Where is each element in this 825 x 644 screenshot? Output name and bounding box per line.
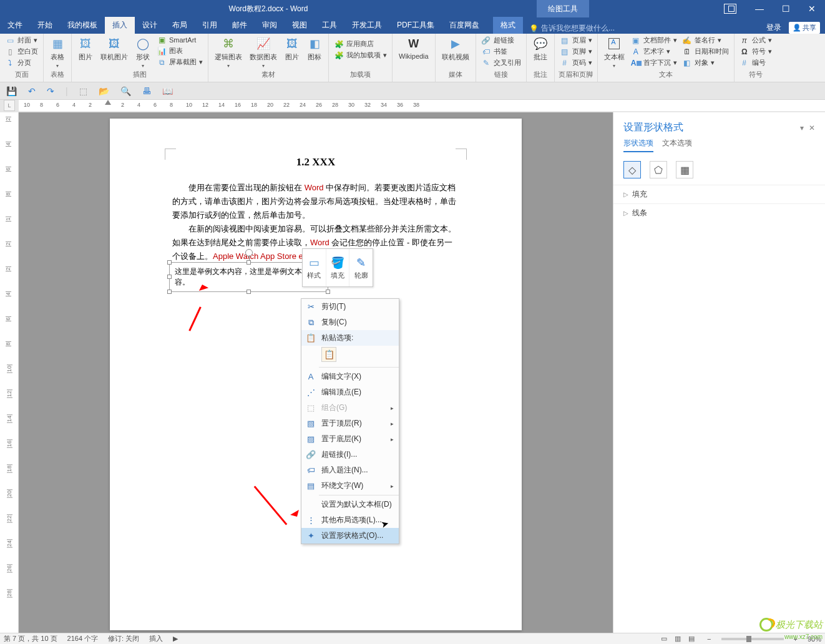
pane-close-icon[interactable]: ✕ xyxy=(809,124,815,132)
cm-bring-to-front[interactable]: ▧置于顶层(R)▸ xyxy=(301,416,399,431)
tab-mytemplates[interactable]: 我的模板 xyxy=(60,17,105,34)
tell-me-search[interactable]: 💡告诉我您想要做什么... xyxy=(523,23,766,34)
tab-pdftools[interactable]: PDF工具集 xyxy=(389,17,442,34)
hyperlink-button[interactable]: 🔗超链接 xyxy=(480,35,522,46)
blank-page-button[interactable]: ▯空白页 xyxy=(4,46,39,57)
ribbon-display-options-icon[interactable] xyxy=(724,4,736,14)
tab-format-context[interactable]: 格式 xyxy=(493,17,523,34)
tab-review[interactable]: 审阅 xyxy=(255,17,285,34)
chart-button[interactable]: 📊图表 xyxy=(155,46,204,56)
dropcap-button[interactable]: A≣首字下沉 ▾ xyxy=(630,57,678,68)
status-insert-mode[interactable]: 插入 xyxy=(149,634,163,643)
logic-chart-button[interactable]: ⌘逻辑图表▾ xyxy=(212,35,245,70)
status-page[interactable]: 第 7 页，共 10 页 xyxy=(4,634,57,643)
cm-set-default-textbox[interactable]: 设置为默认文本框(D) xyxy=(301,497,399,512)
paste-option-keep-source[interactable]: 📋 xyxy=(321,347,336,362)
pane-fill-line-icon[interactable]: ◇ xyxy=(623,161,641,178)
view-read-icon[interactable]: ▭ xyxy=(658,635,670,643)
vertical-ruler[interactable]: |2||4||6||8||1||2||2||4||6||8||10||12||1… xyxy=(0,112,19,633)
picture-button[interactable]: 🖼图片 xyxy=(76,35,95,63)
pane-tab-shape-options[interactable]: 形状选项 xyxy=(623,138,653,152)
tab-developer[interactable]: 开发工具 xyxy=(344,17,389,34)
cm-copy[interactable]: ⧉复制(C) xyxy=(301,315,399,330)
bookmark-button[interactable]: 🏷书签 xyxy=(480,46,522,57)
ruler-corner[interactable]: L xyxy=(4,100,15,111)
tab-insert[interactable]: 插入 xyxy=(105,17,135,34)
resize-handle[interactable] xyxy=(326,290,330,294)
smartart-button[interactable]: ▣SmartArt xyxy=(155,35,204,45)
qat-undo-icon[interactable]: ↶ xyxy=(28,86,36,96)
tab-references[interactable]: 引用 xyxy=(195,17,225,34)
shapes-button[interactable]: ◯形状▾ xyxy=(133,35,153,70)
cm-more-layout-options[interactable]: ⋮其他布局选项(L)... xyxy=(301,512,399,528)
view-print-icon[interactable]: ▥ xyxy=(672,635,683,643)
tab-file[interactable]: 文件 xyxy=(0,17,30,34)
zoom-out-button[interactable]: − xyxy=(707,635,711,643)
online-picture-button[interactable]: 🖼联机图片 xyxy=(98,35,130,63)
cm-send-to-back[interactable]: ▨置于底层(K)▸ xyxy=(301,431,399,447)
qat-print-preview-icon[interactable]: 🔍 xyxy=(120,86,131,96)
cm-wrap-text[interactable]: ▤环绕文字(W)▸ xyxy=(301,478,399,494)
zoom-slider[interactable] xyxy=(721,638,784,640)
pane-size-properties-icon[interactable]: ▦ xyxy=(676,161,693,178)
cm-format-shape[interactable]: ✦设置形状格式(O)... xyxy=(301,528,399,544)
store-button[interactable]: 🧩应用商店 xyxy=(333,39,388,49)
resize-handle[interactable] xyxy=(167,290,172,294)
screenshot-button[interactable]: ⧉屏幕截图 ▾ xyxy=(155,57,204,67)
signature-line-button[interactable]: ✍签名行 ▾ xyxy=(681,35,730,46)
cm-edit-points[interactable]: ⋰编辑顶点(E) xyxy=(301,384,399,400)
crossref-button[interactable]: ✎交叉引用 xyxy=(480,57,522,68)
my-addins-button[interactable]: 🧩我的加载项 ▾ xyxy=(333,50,388,61)
doc-parts-button[interactable]: ▣文档部件 ▾ xyxy=(630,35,678,46)
datetime-button[interactable]: 🗓日期和时间 xyxy=(681,46,730,57)
resize-handle[interactable] xyxy=(247,260,251,265)
pane-accordion-fill[interactable]: ▷填充 xyxy=(613,185,825,203)
cm-insert-caption[interactable]: 🏷插入题注(N)... xyxy=(301,462,399,478)
equation-button[interactable]: π公式 ▾ xyxy=(738,35,773,46)
page-break-button[interactable]: ⤵分页 xyxy=(4,57,39,68)
qat-redo-icon[interactable]: ↷ xyxy=(47,86,54,96)
footer-button[interactable]: ▤页脚 ▾ xyxy=(559,46,593,57)
qat-touch-icon[interactable]: ⬚ xyxy=(79,86,87,96)
tab-design[interactable]: 设计 xyxy=(135,17,165,34)
pane-accordion-line[interactable]: ▷线条 xyxy=(613,203,825,222)
status-macro-icon[interactable]: ▶ xyxy=(173,635,178,643)
pane-effects-icon[interactable]: ⬠ xyxy=(650,161,667,178)
material-icon-button[interactable]: ◧图标 xyxy=(305,35,325,63)
cm-cut[interactable]: ✂剪切(T) xyxy=(301,299,399,315)
qat-save-icon[interactable]: 💾 xyxy=(6,86,17,96)
symbol-button[interactable]: Ω符号 ▾ xyxy=(738,46,773,57)
resize-handle[interactable] xyxy=(167,275,172,279)
mini-style-button[interactable]: ▭样式 xyxy=(303,249,326,286)
qat-dictionary-icon[interactable]: 📖 xyxy=(162,86,173,96)
tab-layout[interactable]: 布局 xyxy=(165,17,195,34)
material-picture-button[interactable]: 🖼图片 xyxy=(282,35,302,63)
qat-print-icon[interactable]: 🖶 xyxy=(142,86,151,96)
wordart-button[interactable]: A艺术字 ▾ xyxy=(630,46,678,57)
maximize-button[interactable]: ☐ xyxy=(773,4,799,14)
resize-handle[interactable] xyxy=(247,290,251,294)
login-link[interactable]: 登录 xyxy=(766,22,781,33)
zoom-slider-thumb[interactable] xyxy=(746,636,751,642)
cm-edit-text[interactable]: A编辑文字(X) xyxy=(301,369,399,384)
number-button[interactable]: #编号 xyxy=(738,57,773,68)
tab-tools[interactable]: 工具 xyxy=(315,17,344,34)
resize-handle[interactable] xyxy=(167,260,172,265)
mini-outline-button[interactable]: ✎轮廓 xyxy=(349,249,373,286)
tab-view[interactable]: 视图 xyxy=(285,17,315,34)
status-word-count[interactable]: 2164 个字 xyxy=(67,634,99,643)
pane-tab-text-options[interactable]: 文本选项 xyxy=(662,138,692,152)
close-button[interactable]: ✕ xyxy=(799,4,825,14)
pagenum-button[interactable]: #页码 ▾ xyxy=(559,57,593,68)
tab-baidunetdisk[interactable]: 百度网盘 xyxy=(442,17,487,34)
tab-mailings[interactable]: 邮件 xyxy=(225,17,255,34)
horizontal-ruler[interactable]: L 10864224681012141618202224262830323436… xyxy=(19,100,825,111)
view-web-icon[interactable]: ▤ xyxy=(686,635,697,643)
share-button[interactable]: 👤共享 xyxy=(789,22,820,34)
mini-fill-button[interactable]: 🪣填充 xyxy=(326,249,350,286)
cm-hyperlink[interactable]: 🔗超链接(I)... xyxy=(301,447,399,462)
header-button[interactable]: ▤页眉 ▾ xyxy=(559,35,593,46)
data-chart-button[interactable]: 📈数据图表▾ xyxy=(247,35,280,70)
comment-button[interactable]: 💬批注 xyxy=(530,35,550,63)
object-button[interactable]: ◧对象 ▾ xyxy=(681,57,730,68)
